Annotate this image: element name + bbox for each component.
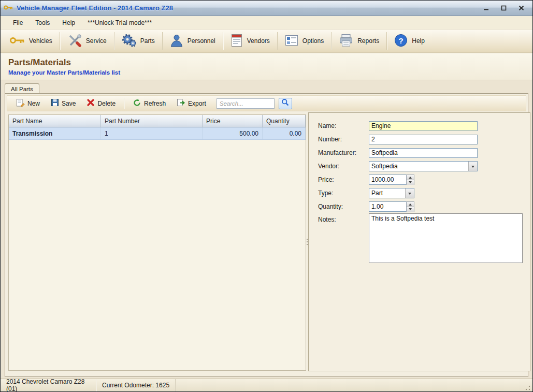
window-title: Vehicle Manager Fleet Edition - 2014 Cam… bbox=[17, 4, 173, 12]
price-down-icon[interactable] bbox=[407, 180, 414, 185]
refresh-button[interactable]: Refresh bbox=[128, 97, 170, 110]
status-odometer-text: Current Odometer: 1625 bbox=[102, 382, 169, 389]
quantity-down-icon[interactable] bbox=[407, 207, 414, 212]
price-stepper bbox=[369, 175, 414, 185]
save-button-label: Save bbox=[62, 100, 76, 107]
manufacturer-field[interactable] bbox=[369, 148, 478, 158]
export-button[interactable]: Export bbox=[172, 97, 211, 110]
menu-file[interactable]: File bbox=[7, 17, 29, 29]
save-button[interactable]: Save bbox=[46, 97, 80, 110]
column-header-part-number[interactable]: Part Number bbox=[101, 115, 203, 127]
delete-button[interactable]: Delete bbox=[82, 97, 120, 110]
quantity-stepper bbox=[369, 201, 414, 212]
document-icon bbox=[231, 34, 243, 49]
tab-page: New Save Delete bbox=[5, 93, 528, 377]
number-field[interactable] bbox=[369, 135, 478, 144]
toolbar-separator bbox=[277, 32, 278, 50]
column-header-part-name[interactable]: Part Name bbox=[9, 115, 101, 127]
notes-label: Notes: bbox=[318, 216, 336, 223]
nav-parts-label: Parts bbox=[140, 37, 155, 45]
export-button-label: Export bbox=[188, 100, 206, 107]
refresh-button-label: Refresh bbox=[144, 100, 166, 107]
quantity-field[interactable] bbox=[369, 201, 406, 212]
main-toolbar: Vehicles Service bbox=[1, 30, 532, 53]
menu-tools[interactable]: Tools bbox=[29, 17, 56, 29]
minimize-icon[interactable] bbox=[480, 4, 492, 13]
parts-toolbar: New Save Delete bbox=[7, 95, 526, 111]
export-icon bbox=[177, 98, 185, 109]
refresh-icon bbox=[133, 98, 141, 109]
type-dropdown[interactable]: Part bbox=[369, 188, 414, 198]
nav-vehicles-label: Vehicles bbox=[29, 37, 52, 45]
toolbar-separator bbox=[124, 98, 124, 109]
window-controls bbox=[480, 4, 529, 13]
type-dropdown-value: Part bbox=[369, 190, 405, 197]
printer-icon bbox=[339, 34, 353, 49]
part-detail-panel: Name: Number: Manufacturer: Vendor: Soft… bbox=[308, 112, 530, 371]
page-header: Parts/Materials Manage your Master Parts… bbox=[1, 53, 532, 80]
new-button[interactable]: New bbox=[11, 97, 45, 110]
name-field[interactable] bbox=[369, 121, 478, 131]
menu-bar: File Tools Help ***Unlock Trial mode*** bbox=[1, 16, 532, 30]
tab-all-parts[interactable]: All Parts bbox=[5, 83, 39, 94]
gears-icon bbox=[122, 34, 136, 49]
number-label: Number: bbox=[318, 136, 342, 143]
cell-part-name: Transmission bbox=[9, 127, 101, 139]
close-icon[interactable] bbox=[515, 4, 527, 13]
price-field[interactable] bbox=[369, 175, 406, 185]
resize-grip[interactable] bbox=[523, 383, 531, 391]
toolbar-separator bbox=[223, 32, 223, 50]
nav-personnel-button[interactable]: Personnel bbox=[163, 30, 222, 52]
app-key-icon bbox=[4, 4, 13, 13]
price-label: Price: bbox=[318, 176, 334, 183]
page-title: Parts/Materials bbox=[8, 57, 532, 68]
tools-icon bbox=[67, 34, 82, 49]
parts-table: Part Name Part Number Price Quantity Tra… bbox=[8, 114, 306, 371]
maximize-icon[interactable] bbox=[497, 4, 510, 13]
delete-button-label: Delete bbox=[97, 100, 116, 107]
table-header-row: Part Name Part Number Price Quantity bbox=[9, 115, 306, 127]
menu-unlock-trial[interactable]: ***Unlock Trial mode*** bbox=[81, 17, 158, 29]
menu-help[interactable]: Help bbox=[56, 17, 81, 29]
nav-reports-label: Reports bbox=[357, 37, 379, 45]
nav-reports-button[interactable]: Reports bbox=[332, 30, 386, 52]
toolbar-separator bbox=[331, 32, 332, 50]
toolbar-separator bbox=[386, 32, 387, 50]
quantity-label: Quantity: bbox=[318, 203, 343, 210]
type-label: Type: bbox=[318, 190, 333, 197]
nav-service-button[interactable]: Service bbox=[61, 30, 113, 52]
notes-field[interactable]: This is a Softpedia test bbox=[369, 213, 523, 263]
vendor-dropdown[interactable]: Softpedia bbox=[369, 161, 478, 171]
name-label: Name: bbox=[318, 122, 336, 129]
nav-service-label: Service bbox=[86, 37, 107, 45]
nav-vehicles-button[interactable]: Vehicles bbox=[3, 30, 59, 52]
column-header-price[interactable]: Price bbox=[203, 115, 263, 127]
status-vehicle-text: 2014 Chevrolet Camaro Z28 (01) bbox=[6, 378, 90, 392]
search-input[interactable] bbox=[217, 98, 275, 109]
vendor-dropdown-value: Softpedia bbox=[369, 163, 468, 170]
manufacturer-label: Manufacturer: bbox=[318, 149, 356, 156]
chevron-down-icon bbox=[405, 188, 414, 198]
nav-parts-button[interactable]: Parts bbox=[115, 30, 162, 52]
app-window: Vehicle Manager Fleet Edition - 2014 Cam… bbox=[0, 0, 533, 392]
nav-vendors-button[interactable]: Vendors bbox=[224, 30, 277, 52]
quantity-up-icon[interactable] bbox=[407, 202, 414, 207]
delete-x-icon bbox=[87, 98, 95, 108]
column-header-quantity[interactable]: Quantity bbox=[263, 115, 306, 127]
new-button-label: New bbox=[27, 100, 40, 107]
status-bar: 2014 Chevrolet Camaro Z28 (01) Current O… bbox=[1, 379, 532, 391]
toolbar-separator bbox=[162, 32, 163, 50]
key-icon bbox=[9, 36, 25, 47]
person-icon bbox=[170, 34, 183, 49]
nav-options-button[interactable]: Options bbox=[278, 30, 330, 52]
status-vehicle: 2014 Chevrolet Camaro Z28 (01) bbox=[1, 379, 96, 391]
search-button[interactable] bbox=[279, 98, 292, 109]
nav-help-button[interactable]: ? Help bbox=[387, 30, 431, 52]
status-odometer: Current Odometer: 1625 bbox=[96, 379, 176, 391]
nav-vendors-label: Vendors bbox=[247, 37, 270, 45]
save-floppy-icon bbox=[51, 98, 59, 108]
cell-part-number: 1 bbox=[101, 127, 203, 139]
price-up-icon[interactable] bbox=[407, 175, 414, 180]
table-row[interactable]: Transmission 1 500.00 0.00 bbox=[9, 127, 306, 140]
cell-quantity: 0.00 bbox=[263, 127, 306, 139]
